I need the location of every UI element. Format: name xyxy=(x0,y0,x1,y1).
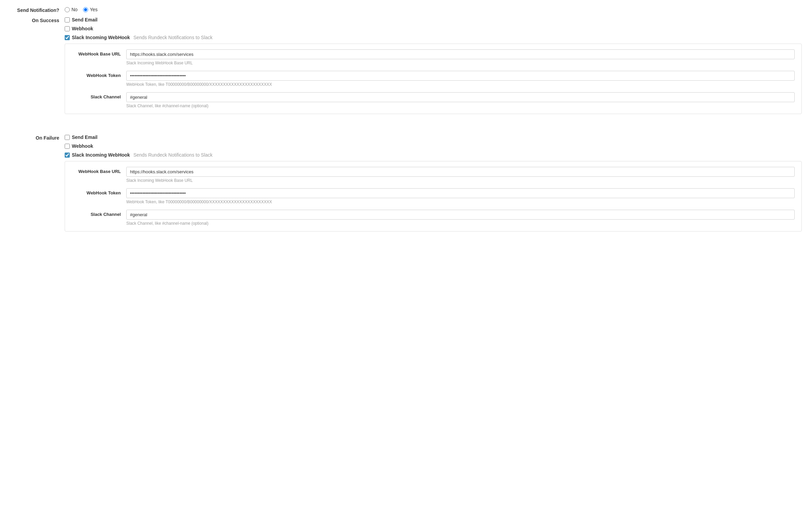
failure-webhook-url-label: WebHook Base URL xyxy=(72,167,126,174)
failure-slack-option[interactable]: Slack Incoming WebHook Sends Rundeck Not… xyxy=(65,152,802,158)
success-webhook-url-row: WebHook Base URL Slack Incoming WebHook … xyxy=(72,49,795,65)
failure-webhook-url-content: Slack Incoming WebHook Base URL xyxy=(126,167,795,183)
notification-yes-label: Yes xyxy=(90,7,98,12)
success-send-email-label: Send Email xyxy=(72,17,97,22)
failure-webhook-token-label: WebHook Token xyxy=(72,188,126,195)
failure-slack-panel: WebHook Base URL Slack Incoming WebHook … xyxy=(65,161,802,232)
success-slack-checkbox[interactable] xyxy=(65,35,70,40)
notification-no-radio[interactable] xyxy=(65,7,70,12)
notification-no-option[interactable]: No xyxy=(65,7,78,12)
success-webhook-token-row: WebHook Token WebHook Token, like T00000… xyxy=(72,71,795,87)
success-webhook-label: Webhook xyxy=(72,26,93,31)
notification-radio-group: No Yes xyxy=(65,7,802,12)
success-webhook-checkbox[interactable] xyxy=(65,26,70,31)
success-webhook-url-hint: Slack Incoming WebHook Base URL xyxy=(126,61,795,65)
failure-slack-channel-input[interactable] xyxy=(126,210,795,220)
on-success-row: On Success Send Email Webhook Slack Inco… xyxy=(10,17,802,122)
success-webhook-url-label: WebHook Base URL xyxy=(72,49,126,57)
success-webhook-token-hint: WebHook Token, like T00000000/B00000000/… xyxy=(126,82,795,87)
success-send-email-option[interactable]: Send Email xyxy=(65,17,802,22)
notification-yes-radio[interactable] xyxy=(83,7,88,12)
success-send-email-checkbox[interactable] xyxy=(65,17,70,22)
success-slack-panel: WebHook Base URL Slack Incoming WebHook … xyxy=(65,44,802,114)
success-slack-channel-hint: Slack Channel, like #channel-name (optio… xyxy=(126,104,795,108)
success-webhook-url-input[interactable] xyxy=(126,49,795,59)
success-webhook-token-label: WebHook Token xyxy=(72,71,126,78)
notification-yes-option[interactable]: Yes xyxy=(83,7,98,12)
success-slack-channel-input[interactable] xyxy=(126,92,795,102)
failure-webhook-token-hint: WebHook Token, like T00000000/B00000000/… xyxy=(126,200,795,204)
failure-webhook-token-input[interactable] xyxy=(126,188,795,198)
section-divider xyxy=(10,126,802,134)
failure-slack-channel-row: Slack Channel Slack Channel, like #chann… xyxy=(72,210,795,226)
success-slack-option[interactable]: Slack Incoming WebHook Sends Rundeck Not… xyxy=(65,35,802,40)
success-slack-channel-label: Slack Channel xyxy=(72,92,126,99)
success-slack-channel-row: Slack Channel Slack Channel, like #chann… xyxy=(72,92,795,108)
on-failure-row: On Failure Send Email Webhook Slack Inco… xyxy=(10,134,802,240)
failure-slack-channel-content: Slack Channel, like #channel-name (optio… xyxy=(126,210,795,226)
failure-send-email-label: Send Email xyxy=(72,134,97,140)
failure-webhook-option[interactable]: Webhook xyxy=(65,143,802,149)
failure-webhook-token-content: WebHook Token, like T00000000/B00000000/… xyxy=(126,188,795,204)
failure-webhook-url-row: WebHook Base URL Slack Incoming WebHook … xyxy=(72,167,795,183)
success-slack-label: Slack Incoming WebHook xyxy=(72,35,130,40)
send-notification-row: Send Notification? No Yes xyxy=(10,7,802,13)
failure-slack-checkbox[interactable] xyxy=(65,153,70,158)
failure-send-email-option[interactable]: Send Email xyxy=(65,134,802,140)
send-notification-content: No Yes xyxy=(65,7,802,12)
failure-webhook-label: Webhook xyxy=(72,143,93,149)
failure-send-email-checkbox[interactable] xyxy=(65,135,70,140)
failure-slack-description: Sends Rundeck Notifications to Slack xyxy=(133,152,213,158)
success-webhook-url-content: Slack Incoming WebHook Base URL xyxy=(126,49,795,65)
on-success-content: Send Email Webhook Slack Incoming WebHoo… xyxy=(65,17,802,120)
failure-slack-channel-hint: Slack Channel, like #channel-name (optio… xyxy=(126,221,795,226)
failure-slack-label: Slack Incoming WebHook xyxy=(72,152,130,158)
failure-webhook-url-hint: Slack Incoming WebHook Base URL xyxy=(126,178,795,183)
success-slack-channel-content: Slack Channel, like #channel-name (optio… xyxy=(126,92,795,108)
success-webhook-token-input[interactable] xyxy=(126,71,795,81)
success-webhook-option[interactable]: Webhook xyxy=(65,26,802,31)
on-success-label: On Success xyxy=(10,17,65,23)
on-failure-content: Send Email Webhook Slack Incoming WebHoo… xyxy=(65,134,802,237)
failure-webhook-url-input[interactable] xyxy=(126,167,795,177)
success-webhook-token-content: WebHook Token, like T00000000/B00000000/… xyxy=(126,71,795,87)
success-slack-description: Sends Rundeck Notifications to Slack xyxy=(133,35,213,40)
failure-slack-channel-label: Slack Channel xyxy=(72,210,126,217)
failure-webhook-checkbox[interactable] xyxy=(65,144,70,149)
notification-no-label: No xyxy=(71,7,78,12)
failure-webhook-token-row: WebHook Token WebHook Token, like T00000… xyxy=(72,188,795,204)
on-failure-label: On Failure xyxy=(10,134,65,141)
send-notification-label: Send Notification? xyxy=(10,7,65,13)
